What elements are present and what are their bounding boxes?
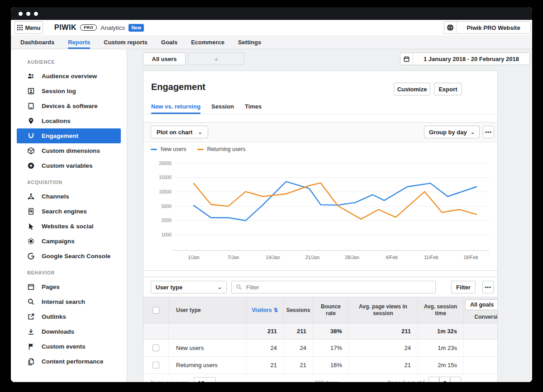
sidebar-item-label: Engagement — [42, 132, 78, 139]
cell-avg-page-views: 21 — [349, 357, 418, 373]
sidebar-item-audience-overview[interactable]: Audience overview — [17, 69, 121, 84]
summary-conversions: 158 — [464, 323, 498, 339]
sidebar-item-outlinks[interactable]: Outlinks — [17, 309, 121, 324]
page-info: Page 2 out of 5 — [387, 380, 426, 382]
logo-pro-pill: PRO — [80, 24, 97, 31]
sidebar-item-content-performance[interactable]: Content performance — [17, 354, 121, 369]
menu-label: Menu — [25, 24, 41, 31]
sidebar-item-label: Session log — [42, 88, 76, 94]
nav-tab-dashboards[interactable]: Dashboards — [20, 35, 54, 49]
website-selector[interactable]: Piwik PRO Website — [444, 21, 531, 34]
nav-tab-reports[interactable]: Reports — [68, 35, 90, 49]
filter-input[interactable] — [245, 283, 431, 291]
sidebar-item-custom-events[interactable]: Custom events — [17, 339, 121, 354]
col-avg-session-time[interactable]: Avg. session time — [418, 297, 464, 323]
prev-page-button[interactable]: ← — [429, 377, 439, 382]
sidebar-section-behavior: BEHAVIOR — [27, 270, 127, 275]
sidebar-item-label: Internal search — [42, 298, 85, 305]
col-avg-page-views[interactable]: Avg. page views in session — [349, 297, 418, 323]
nav-tab-ecommerce[interactable]: Ecommerce — [191, 35, 224, 49]
row-checkbox[interactable] — [152, 345, 159, 351]
summary-avg-session-time: 1m 32s — [418, 323, 464, 339]
tab-new-vs-returning[interactable]: New vs. returning — [151, 99, 200, 114]
col-sessions[interactable]: Sessions — [284, 297, 313, 323]
table-more-options-button[interactable]: ••• — [482, 281, 494, 293]
col-bounce-rate[interactable]: Bounce rate — [313, 297, 349, 323]
window-control-close[interactable] — [19, 12, 23, 16]
date-range-picker[interactable]: 1 January 2018 - 20 February 2018 — [400, 52, 530, 65]
add-segment-button[interactable]: + — [188, 52, 244, 65]
chevron-down-icon: ⌄ — [471, 130, 475, 134]
sidebar-item-websites-social[interactable]: Websites & social — [17, 219, 121, 234]
sidebar-item-pages[interactable]: Pages — [17, 279, 121, 294]
window-control-zoom[interactable] — [34, 12, 38, 16]
primary-nav: Dashboards Reports Custom reports Goals … — [11, 35, 532, 49]
svg-text:21/Jan: 21/Jan — [305, 255, 320, 260]
svg-text:4/Feb: 4/Feb — [386, 255, 398, 260]
sidebar-item-locations[interactable]: Locations — [17, 113, 121, 128]
cell-conversions: 92 — [464, 340, 498, 356]
select-all-checkbox[interactable] — [152, 307, 159, 314]
chart-panel: Plot on chart ⌄ Group by day ⌄ ••• New u… — [143, 122, 498, 271]
magnet-icon — [27, 132, 35, 140]
filter-button[interactable]: Filter — [451, 281, 476, 293]
svg-text:7/Jan: 7/Jan — [228, 255, 239, 260]
sidebar-item-google-search-console[interactable]: Google Search Console — [17, 249, 121, 264]
chevron-down-icon: ⌄ — [218, 285, 222, 289]
chart-more-options-button[interactable]: ••• — [483, 126, 494, 138]
window-control-minimize[interactable] — [26, 12, 30, 16]
sidebar-item-devices-software[interactable]: Devices & software — [17, 99, 121, 113]
group-by-label: Group by day — [429, 129, 467, 136]
session-log-icon — [27, 87, 35, 95]
current-page-box[interactable]: 2 — [439, 377, 450, 382]
sidebar-item-downloads[interactable]: Downloads — [17, 324, 121, 339]
customize-button[interactable]: Customize — [394, 83, 430, 95]
tab-session[interactable]: Session — [211, 99, 234, 114]
sidebar-item-engagement[interactable]: Engagement — [17, 128, 121, 143]
sidebar-item-campaigns[interactable]: Campaigns — [17, 234, 121, 249]
export-button[interactable]: Export — [434, 83, 462, 95]
website-name: Piwik PRO Website — [457, 22, 530, 33]
sidebar-item-custom-variables[interactable]: Custom variables — [17, 158, 121, 173]
col-visitors[interactable]: Visitors ⇅ — [247, 297, 284, 323]
new-badge: New — [129, 24, 144, 32]
sidebar-item-internal-search[interactable]: Internal search — [17, 294, 121, 309]
chevron-down-icon: ⌄ — [207, 381, 211, 382]
sidebar-section-acquisition: ACQUISITION — [27, 179, 127, 185]
menu-button[interactable]: Menu — [14, 21, 43, 34]
table-row[interactable]: Returning users 21 21 16% 21 2m 15s 74 — [143, 357, 498, 374]
sidebar-item-session-log[interactable]: Session log — [17, 84, 121, 99]
nav-tab-custom-reports[interactable]: Custom reports — [104, 35, 148, 49]
group-by-dropdown[interactable]: Group by day ⌄ — [424, 126, 480, 138]
table-row[interactable]: New users 24 24 17% 24 1m 23s 92 — [143, 340, 498, 357]
row-checkbox[interactable] — [152, 362, 159, 368]
plot-on-chart-dropdown[interactable]: Plot on chart ⌄ — [151, 126, 208, 138]
all-goals-dropdown[interactable]: All goals — [465, 299, 498, 310]
app-header: Menu PIWIK PRO Analytics New Piwik PRO W… — [11, 20, 532, 35]
magnifier-icon — [27, 298, 35, 306]
filter-input-wrap — [231, 281, 436, 293]
plus-icon: + — [214, 55, 219, 63]
sidebar-item-label: Content performance — [42, 358, 104, 365]
col-user-type[interactable]: User type — [169, 297, 247, 323]
sidebar-item-channels[interactable]: Channels — [17, 189, 121, 204]
sidebar-item-custom-dimensions[interactable]: Custom dimensions — [17, 143, 121, 158]
segment-all-users-button[interactable]: All users — [143, 52, 186, 65]
nav-tab-settings[interactable]: Settings — [238, 35, 261, 49]
nav-tab-goals[interactable]: Goals — [161, 35, 177, 49]
col-conversions[interactable]: Conversions — [464, 311, 498, 323]
col-visitors-label: Visitors — [252, 307, 272, 314]
sidebar-item-label: Campaigns — [42, 238, 75, 245]
items-per-page-select[interactable]: 10 ⌄ — [194, 377, 216, 383]
sidebar-item-label: Channels — [42, 193, 69, 200]
sidebar-item-label: Downloads — [42, 328, 74, 335]
dimension-select[interactable]: User type ⌄ — [151, 281, 227, 293]
flag-icon — [27, 343, 35, 350]
row-checkbox-cell — [143, 340, 169, 356]
sidebar-item-search-engines[interactable]: Search engines — [17, 204, 121, 219]
summary-bounce-rate: 38% — [313, 323, 349, 339]
line-chart[interactable]: 1000200050001000015000200001/Jan7/Jan14/… — [143, 156, 498, 269]
next-page-button[interactable]: → — [450, 377, 461, 382]
tab-times[interactable]: Times — [245, 99, 262, 114]
sidebar-item-label: Pages — [42, 283, 60, 290]
